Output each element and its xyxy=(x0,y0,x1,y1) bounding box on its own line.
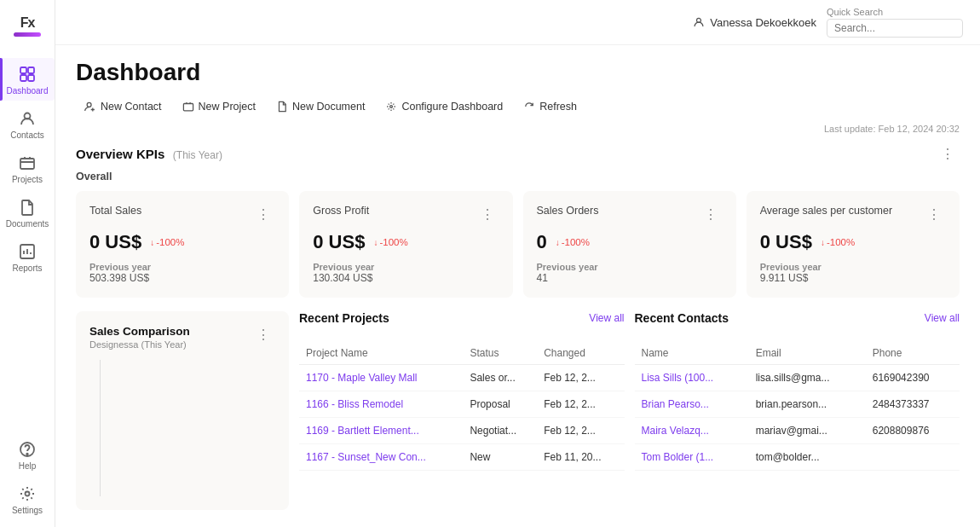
down-arrow-icon: ↓ xyxy=(821,238,825,247)
contact-name-cell[interactable]: Brian Pearso... xyxy=(635,391,749,418)
app-logo: Fx xyxy=(9,7,46,44)
sales-comparison-menu-button[interactable]: ⋮ xyxy=(251,325,275,345)
kpi-card-menu-button[interactable]: ⋮ xyxy=(251,205,275,224)
project-status-cell: Sales or... xyxy=(463,365,537,391)
svg-point-9 xyxy=(26,492,30,496)
kpi-card: Gross Profit ⋮ 0 US$ ↓ -100% Previous ye… xyxy=(299,191,512,298)
kpi-prev-value: 41 xyxy=(537,272,723,284)
sidebar-item-label: Dashboard xyxy=(7,86,49,96)
svg-rect-5 xyxy=(20,159,34,169)
contact-name-cell[interactable]: Tom Bolder (1... xyxy=(635,444,749,471)
kpi-value: 0 US$ xyxy=(89,231,141,253)
table-row: Maira Velazq... mariav@gmai... 620880987… xyxy=(635,418,960,444)
kpi-card: Sales Orders ⋮ 0 ↓ -100% Previous year 4… xyxy=(523,191,736,298)
sidebar-item-label: Settings xyxy=(12,506,43,515)
project-icon xyxy=(182,101,194,113)
contacts-view-all[interactable]: View all xyxy=(925,312,960,324)
recent-contacts-panel: Recent Contacts View all Name Email Phon… xyxy=(635,311,960,510)
logo-text: Fx xyxy=(20,15,35,31)
contact-email-cell: tom@bolder... xyxy=(749,444,866,471)
project-name-cell[interactable]: 1167 - Sunset_New Con... xyxy=(299,444,463,471)
dashboard-icon xyxy=(18,65,37,84)
toolbar: New Contact New Project New Document Con… xyxy=(76,96,960,117)
kpi-card-menu-button[interactable]: ⋮ xyxy=(476,205,499,224)
user-info: Vanessa Dekoekkoek xyxy=(693,16,816,29)
kpi-menu-button[interactable]: ⋮ xyxy=(936,144,960,164)
bottom-grid: Sales Comparison Designessa (This Year) … xyxy=(76,311,960,510)
kpi-prev-label: Previous year xyxy=(537,262,723,272)
project-status-cell: Proposal xyxy=(463,391,537,418)
main-content: Vanessa Dekoekkoek Quick Search Dashboar… xyxy=(55,0,980,527)
contact-phone-cell: 2484373337 xyxy=(866,391,960,418)
new-document-label: New Document xyxy=(292,101,365,113)
sidebar-item-dashboard[interactable]: Dashboard xyxy=(0,58,55,101)
contacts-table: Name Email Phone Lisa Sills (100... lisa… xyxy=(635,342,960,471)
search-input[interactable] xyxy=(827,19,963,38)
project-name-cell[interactable]: 1169 - Bartlett Element... xyxy=(299,418,463,444)
kpi-name: Sales Orders xyxy=(537,205,599,217)
kpi-value: 0 US$ xyxy=(760,231,812,253)
contact-name-cell[interactable]: Maira Velazq... xyxy=(635,418,749,444)
kpi-section-title: Overview KPIs xyxy=(76,147,164,161)
kpi-section-subtitle: (This Year) xyxy=(173,149,222,161)
project-name-cell[interactable]: 1170 - Maple Valley Mall xyxy=(299,365,463,391)
sidebar-item-help[interactable]: Help xyxy=(0,433,55,476)
kpi-change-value: -100% xyxy=(156,237,184,247)
project-status-cell: Negotiat... xyxy=(463,418,537,444)
kpi-name: Gross Profit xyxy=(313,205,369,217)
new-project-button[interactable]: New Project xyxy=(174,96,264,117)
sidebar: Fx Dashboard Contacts xyxy=(0,0,55,527)
sidebar-item-projects[interactable]: Projects xyxy=(0,147,55,189)
kpi-change: ↓ -100% xyxy=(150,237,184,247)
project-name-cell[interactable]: 1166 - Bliss Remodel xyxy=(299,391,463,418)
projects-table: Project Name Status Changed 1170 - Maple… xyxy=(299,342,625,471)
contact-phone-cell xyxy=(866,444,960,471)
project-changed-cell: Feb 12, 2... xyxy=(537,418,624,444)
svg-point-8 xyxy=(26,454,28,455)
refresh-icon xyxy=(523,101,535,113)
svg-rect-2 xyxy=(20,75,26,81)
refresh-button[interactable]: Refresh xyxy=(515,96,585,117)
projects-panel-title: Recent Projects xyxy=(299,311,389,325)
projects-panel-header: Recent Projects View all xyxy=(299,311,625,332)
col-project-name: Project Name xyxy=(299,342,463,365)
kpi-prev-value: 9.911 US$ xyxy=(760,272,946,284)
logo-bar xyxy=(14,32,41,37)
kpi-grid: Total Sales ⋮ 0 US$ ↓ -100% Previous yea… xyxy=(76,191,960,298)
project-changed-cell: Feb 11, 20... xyxy=(537,444,624,471)
contact-phone-cell: 6208809876 xyxy=(866,418,960,444)
page-content: Dashboard New Contact New Project xyxy=(55,45,980,527)
down-arrow-icon: ↓ xyxy=(556,238,560,247)
kpi-prev-label: Previous year xyxy=(760,262,946,272)
kpi-card-menu-button[interactable]: ⋮ xyxy=(699,205,723,224)
svg-point-11 xyxy=(87,102,91,107)
contact-email-cell: lisa.sills@gma... xyxy=(749,365,866,391)
kpi-value: 0 xyxy=(537,231,547,253)
project-status-cell: New xyxy=(463,444,537,471)
new-document-button[interactable]: New Document xyxy=(268,96,373,117)
kpi-section-title-group: Overview KPIs (This Year) xyxy=(76,147,222,161)
sidebar-item-documents[interactable]: Documents xyxy=(0,191,55,234)
contact-email-cell: brian.pearson... xyxy=(749,391,866,418)
project-changed-cell: Feb 12, 2... xyxy=(537,391,624,418)
sidebar-item-settings[interactable]: Settings xyxy=(0,478,55,520)
kpi-name: Total Sales xyxy=(89,205,141,217)
sidebar-item-label: Help xyxy=(19,461,37,471)
sidebar-nav: Dashboard Contacts Projects xyxy=(0,58,55,278)
kpi-prev-value: 503.398 US$ xyxy=(89,272,275,284)
kpi-card: Average sales per customer ⋮ 0 US$ ↓ -10… xyxy=(747,191,960,298)
help-icon xyxy=(18,440,37,459)
sidebar-item-reports[interactable]: Reports xyxy=(0,235,55,278)
kpi-prev-label: Previous year xyxy=(89,262,275,272)
configure-dashboard-button[interactable]: Configure Dashboard xyxy=(377,96,511,117)
kpi-card-menu-button[interactable]: ⋮ xyxy=(922,205,946,224)
kpi-prev-value: 130.304 US$ xyxy=(313,272,499,284)
svg-rect-1 xyxy=(28,67,34,73)
topbar: Vanessa Dekoekkoek Quick Search xyxy=(55,0,980,45)
new-contact-button[interactable]: New Contact xyxy=(76,96,170,117)
contacts-panel-title: Recent Contacts xyxy=(635,311,729,325)
overall-label: Overall xyxy=(76,171,960,182)
sidebar-item-contacts[interactable]: Contacts xyxy=(0,102,55,145)
projects-view-all[interactable]: View all xyxy=(589,312,624,324)
contact-name-cell[interactable]: Lisa Sills (100... xyxy=(635,365,749,391)
